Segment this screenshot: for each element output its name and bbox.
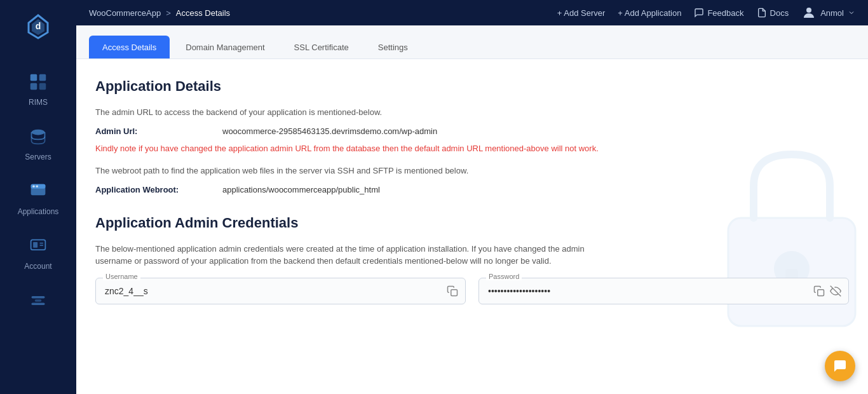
svg-rect-16 <box>35 299 42 302</box>
sidebar-item-servers[interactable]: Servers <box>0 116 76 170</box>
credentials-row: Username Password <box>95 278 849 304</box>
sidebar-item-account-label: Account <box>24 262 51 271</box>
breadcrumb: WooCommerceApp > Access Details <box>89 8 230 18</box>
sidebar-item-rims-label: RIMS <box>29 98 48 107</box>
sidebar-item-more[interactable] <box>0 280 76 322</box>
docs-button[interactable]: Docs <box>757 8 789 18</box>
breadcrumb-chevron: > <box>166 8 171 18</box>
password-label: Password <box>486 273 522 280</box>
topbar-actions: + Add Server + Add Application Feedback … <box>557 5 855 20</box>
svg-point-8 <box>32 185 35 187</box>
add-application-button[interactable]: + Add Application <box>618 8 681 18</box>
svg-rect-2 <box>39 74 46 81</box>
svg-rect-1 <box>31 74 37 81</box>
chat-bubble-button[interactable] <box>825 351 855 381</box>
svg-point-17 <box>806 8 811 13</box>
username-input[interactable] <box>95 278 466 304</box>
tab-access-details[interactable]: Access Details <box>89 36 170 58</box>
tab-ssl-certificate[interactable]: SSL Certificate <box>281 36 362 58</box>
add-server-button[interactable]: + Add Server <box>557 8 606 18</box>
applications-icon <box>26 179 50 203</box>
password-group: Password <box>478 278 849 304</box>
chat-icon <box>832 358 848 374</box>
svg-rect-21 <box>451 289 458 296</box>
webroot-label: Application Webroot: <box>95 185 222 194</box>
svg-text:d: d <box>36 21 41 31</box>
content-area: Access Details Domain Management SSL Cer… <box>76 25 868 394</box>
svg-rect-11 <box>33 242 37 248</box>
feedback-label: Feedback <box>707 8 743 18</box>
feedback-button[interactable]: Feedback <box>694 8 743 18</box>
topbar: WooCommerceApp > Access Details + Add Se… <box>76 0 868 25</box>
admin-url-value: woocommerce-29585463135.devrimsdemo.com/… <box>222 126 437 136</box>
rims-icon <box>26 70 50 94</box>
user-menu[interactable]: Anmol <box>801 5 855 20</box>
username-label: Username <box>103 273 140 280</box>
sidebar-item-applications-label: Applications <box>18 207 59 216</box>
admin-url-warning: Kindly note if you have changed the appl… <box>95 142 654 155</box>
chevron-down-icon <box>848 9 855 17</box>
sidebar-item-servers-label: Servers <box>25 153 51 161</box>
breadcrumb-app-link[interactable]: WooCommerceApp <box>89 8 161 18</box>
admin-url-desc: The admin URL to access the backend of y… <box>95 106 849 119</box>
svg-rect-22 <box>818 289 824 296</box>
admin-url-row: Admin Url: woocommerce-29585463135.devri… <box>95 126 849 136</box>
webroot-value: applications/woocommerceapp/public_html <box>222 185 380 194</box>
feedback-icon <box>694 8 704 18</box>
tab-settings[interactable]: Settings <box>365 36 421 58</box>
more-icon <box>26 289 50 313</box>
user-avatar-icon <box>801 5 817 20</box>
tab-domain-management[interactable]: Domain Management <box>172 36 278 58</box>
account-icon <box>26 234 50 258</box>
username-copy-icon[interactable] <box>447 285 458 297</box>
docs-icon <box>757 8 767 18</box>
username-group: Username <box>95 278 466 304</box>
app-logo[interactable]: d <box>22 10 54 42</box>
copy-icon[interactable] <box>813 285 825 297</box>
password-input[interactable] <box>478 278 849 304</box>
user-name: Anmol <box>820 8 844 18</box>
tab-bar: Access Details Domain Management SSL Cer… <box>76 25 868 59</box>
eye-off-icon[interactable] <box>830 285 841 297</box>
page-body: Application Details The admin URL to acc… <box>76 59 868 323</box>
svg-rect-3 <box>31 83 37 90</box>
sidebar-item-rims[interactable]: RIMS <box>0 61 76 116</box>
webroot-desc: The webroot path to find the application… <box>95 165 849 177</box>
svg-rect-10 <box>31 240 46 250</box>
svg-rect-4 <box>39 83 46 90</box>
admin-url-label: Admin Url: <box>95 126 222 136</box>
sidebar-item-applications[interactable]: Applications <box>0 170 76 225</box>
docs-label: Docs <box>770 8 789 18</box>
svg-rect-15 <box>32 303 45 306</box>
password-icons[interactable] <box>813 285 841 297</box>
svg-rect-14 <box>32 296 45 299</box>
svg-point-9 <box>36 185 39 187</box>
servers-icon <box>26 125 50 149</box>
sidebar-item-account[interactable]: Account <box>0 225 76 280</box>
credentials-section: Application Admin Credentials The below-… <box>95 215 849 304</box>
svg-point-5 <box>32 130 45 135</box>
sidebar: d RIMS Servers <box>0 0 76 394</box>
credentials-desc: The below-mentioned application admin cr… <box>95 243 604 268</box>
credentials-title: Application Admin Credentials <box>95 215 849 231</box>
main-area: WooCommerceApp > Access Details + Add Se… <box>76 0 868 394</box>
webroot-row: Application Webroot: applications/woocom… <box>95 185 849 194</box>
breadcrumb-current: Access Details <box>176 8 230 18</box>
application-details-title: Application Details <box>95 78 849 95</box>
